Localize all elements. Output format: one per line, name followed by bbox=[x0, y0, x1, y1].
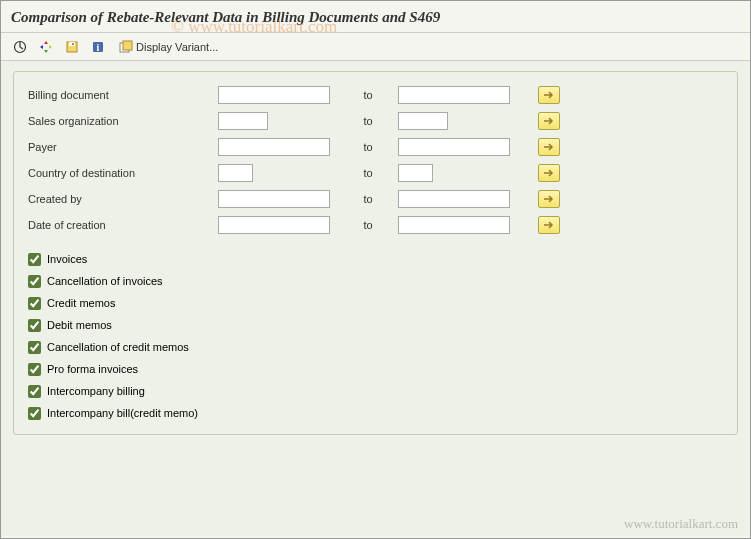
multiple-selection-button[interactable] bbox=[538, 216, 560, 234]
multiple-selection-button[interactable] bbox=[538, 138, 560, 156]
from-input[interactable] bbox=[218, 216, 330, 234]
multiple-selection-button[interactable] bbox=[538, 112, 560, 130]
checkbox-label: Invoices bbox=[47, 253, 87, 265]
svg-text:i: i bbox=[97, 42, 100, 53]
from-input[interactable] bbox=[218, 112, 268, 130]
checkbox-label: Pro forma invoices bbox=[47, 363, 138, 375]
field-label: Created by bbox=[28, 193, 218, 205]
to-input[interactable] bbox=[398, 86, 510, 104]
to-input[interactable] bbox=[398, 112, 448, 130]
to-label: to bbox=[338, 141, 398, 153]
arrow-right-icon bbox=[543, 168, 555, 178]
checkbox-input[interactable] bbox=[28, 275, 41, 288]
from-input[interactable] bbox=[218, 164, 253, 182]
info-icon: i bbox=[91, 40, 105, 54]
checkbox-input[interactable] bbox=[28, 253, 41, 266]
arrow-right-icon bbox=[543, 142, 555, 152]
to-input[interactable] bbox=[398, 216, 510, 234]
to-input[interactable] bbox=[398, 190, 510, 208]
display-variant-label: Display Variant... bbox=[136, 41, 218, 53]
to-label: to bbox=[338, 115, 398, 127]
refresh-icon bbox=[39, 40, 53, 54]
page-title: Comparison of Rebate-Relevant Data in Bi… bbox=[11, 9, 740, 26]
toolbar: i Display Variant... bbox=[1, 33, 750, 61]
from-input[interactable] bbox=[218, 138, 330, 156]
to-label: to bbox=[338, 193, 398, 205]
content-area: Billing documenttoSales organizationtoPa… bbox=[1, 61, 750, 536]
checkbox-row: Intercompany billing bbox=[28, 380, 723, 402]
checkbox-row: Pro forma invoices bbox=[28, 358, 723, 380]
checkbox-input[interactable] bbox=[28, 297, 41, 310]
field-label: Country of destination bbox=[28, 167, 218, 179]
variant-icon bbox=[119, 40, 133, 54]
selection-row: Sales organizationto bbox=[28, 108, 723, 134]
checkbox-input[interactable] bbox=[28, 319, 41, 332]
save-icon bbox=[65, 40, 79, 54]
save-button[interactable] bbox=[61, 37, 83, 57]
checkbox-input[interactable] bbox=[28, 385, 41, 398]
selection-row: Payerto bbox=[28, 134, 723, 160]
from-input[interactable] bbox=[218, 86, 330, 104]
multiple-selection-button[interactable] bbox=[538, 86, 560, 104]
arrow-right-icon bbox=[543, 220, 555, 230]
checkbox-row: Debit memos bbox=[28, 314, 723, 336]
checkbox-row: Cancellation of invoices bbox=[28, 270, 723, 292]
to-label: to bbox=[338, 89, 398, 101]
selection-row: Date of creationto bbox=[28, 212, 723, 238]
checkbox-label: Debit memos bbox=[47, 319, 112, 331]
refresh-button[interactable] bbox=[35, 37, 57, 57]
checkbox-label: Cancellation of invoices bbox=[47, 275, 163, 287]
selection-panel: Billing documenttoSales organizationtoPa… bbox=[13, 71, 738, 435]
checkbox-label: Intercompany bill(credit memo) bbox=[47, 407, 198, 419]
display-variant-button[interactable]: Display Variant... bbox=[113, 37, 224, 57]
multiple-selection-button[interactable] bbox=[538, 190, 560, 208]
selection-row: Created byto bbox=[28, 186, 723, 212]
checkbox-label: Intercompany billing bbox=[47, 385, 145, 397]
svg-rect-7 bbox=[123, 41, 132, 50]
arrow-right-icon bbox=[543, 116, 555, 126]
title-bar: Comparison of Rebate-Relevant Data in Bi… bbox=[1, 1, 750, 33]
execute-icon bbox=[13, 40, 27, 54]
checkbox-row: Intercompany bill(credit memo) bbox=[28, 402, 723, 424]
to-input[interactable] bbox=[398, 164, 433, 182]
field-label: Billing document bbox=[28, 89, 218, 101]
checkbox-input[interactable] bbox=[28, 407, 41, 420]
info-button[interactable]: i bbox=[87, 37, 109, 57]
checkbox-section: InvoicesCancellation of invoicesCredit m… bbox=[28, 248, 723, 424]
to-input[interactable] bbox=[398, 138, 510, 156]
checkbox-label: Credit memos bbox=[47, 297, 115, 309]
checkbox-input[interactable] bbox=[28, 341, 41, 354]
execute-button[interactable] bbox=[9, 37, 31, 57]
field-label: Payer bbox=[28, 141, 218, 153]
checkbox-input[interactable] bbox=[28, 363, 41, 376]
to-label: to bbox=[338, 219, 398, 231]
arrow-right-icon bbox=[543, 90, 555, 100]
field-label: Sales organization bbox=[28, 115, 218, 127]
field-label: Date of creation bbox=[28, 219, 218, 231]
checkbox-row: Credit memos bbox=[28, 292, 723, 314]
arrow-right-icon bbox=[543, 194, 555, 204]
checkbox-label: Cancellation of credit memos bbox=[47, 341, 189, 353]
checkbox-row: Invoices bbox=[28, 248, 723, 270]
svg-rect-3 bbox=[72, 43, 74, 45]
selection-row: Country of destinationto bbox=[28, 160, 723, 186]
from-input[interactable] bbox=[218, 190, 330, 208]
checkbox-row: Cancellation of credit memos bbox=[28, 336, 723, 358]
selection-row: Billing documentto bbox=[28, 82, 723, 108]
to-label: to bbox=[338, 167, 398, 179]
multiple-selection-button[interactable] bbox=[538, 164, 560, 182]
